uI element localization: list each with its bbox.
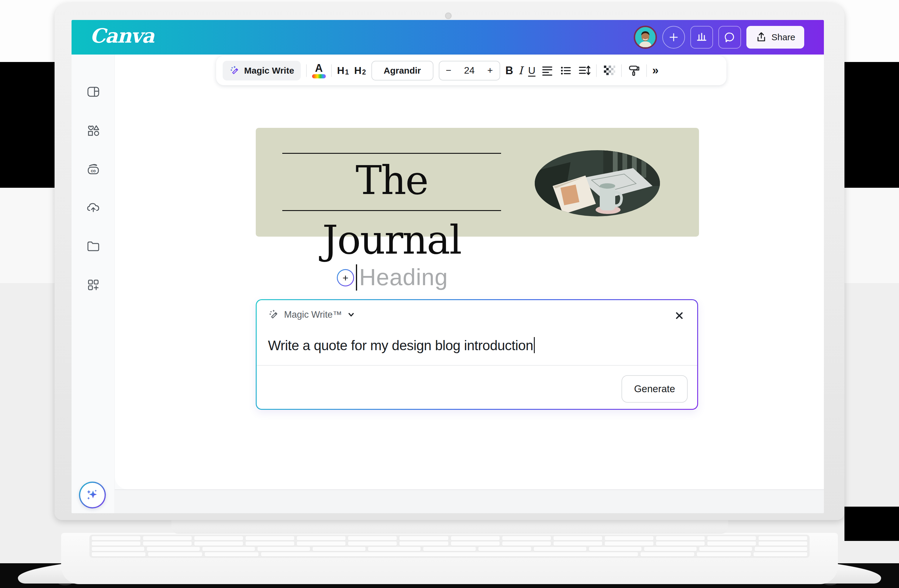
toolbar-divider — [331, 64, 332, 77]
add-member-button[interactable] — [662, 26, 685, 49]
generate-button[interactable]: Generate — [621, 375, 688, 403]
magic-write-title: Magic Write™ — [284, 309, 342, 320]
heading-placeholder[interactable]: Heading — [359, 264, 448, 291]
font-size-decrease[interactable]: − — [446, 65, 452, 76]
toolbar-divider — [646, 64, 647, 77]
sidebar-item-design[interactable] — [83, 81, 104, 102]
canva-logo[interactable]: Canva — [90, 24, 154, 47]
line-spacing-button[interactable] — [578, 64, 591, 77]
font-family-selector[interactable]: Agrandir — [371, 61, 433, 80]
magic-write-menu[interactable]: Magic Write™ — [268, 309, 355, 320]
bar-chart-icon — [695, 31, 708, 44]
panel-divider — [256, 365, 697, 366]
journal-desk-photo — [535, 150, 660, 216]
font-size-stepper: − 24 + — [439, 61, 500, 80]
sparkles-icon — [85, 488, 100, 503]
comments-button[interactable] — [718, 26, 741, 49]
svg-text:co: co — [91, 168, 96, 173]
add-block-plus: + — [343, 272, 348, 284]
comment-bubble-icon — [723, 31, 736, 44]
plus-icon — [668, 32, 679, 43]
app-header: Canva — [71, 20, 824, 54]
laptop-screen: The Journal — [54, 3, 845, 520]
bold-button[interactable]: B — [505, 64, 513, 77]
banner-photo-ellipse[interactable] — [535, 150, 660, 216]
status-bar — [71, 489, 824, 513]
bullet-list-button[interactable] — [559, 64, 572, 77]
marketing-mockup-scene: The Journal — [0, 0, 899, 588]
text-toolbar: Magic Write A H1 H2 Agrandir − — [216, 56, 726, 85]
prompt-cursor — [534, 337, 535, 353]
toolbar-divider — [306, 64, 307, 77]
text-color-button[interactable]: A — [312, 63, 326, 79]
align-button[interactable] — [541, 64, 554, 77]
laptop-keyboard-deck — [61, 533, 838, 584]
uploads-icon — [86, 200, 101, 215]
prompt-text: Write a quote for my design blog introdu… — [268, 338, 533, 353]
bg-black-patch-right — [845, 507, 899, 541]
underline-button[interactable]: U — [528, 65, 536, 76]
sidebar: co — [71, 54, 115, 513]
share-button[interactable]: Share — [746, 26, 804, 49]
webcam-dot — [445, 12, 452, 19]
projects-icon — [86, 239, 100, 253]
sidebar-item-brand[interactable]: co — [83, 159, 104, 180]
close-icon — [674, 310, 684, 321]
magic-write-button[interactable]: Magic Write — [222, 61, 301, 80]
sidebar-item-projects[interactable] — [83, 236, 104, 256]
add-block-button[interactable]: + — [337, 269, 354, 286]
magic-wand-icon — [268, 309, 279, 320]
avatar[interactable] — [634, 26, 657, 49]
brand-icon: co — [86, 162, 101, 176]
canva-assistant-button[interactable] — [79, 482, 106, 508]
text-cursor — [356, 264, 357, 290]
rainbow-color-bar — [312, 74, 326, 79]
magic-wand-icon — [229, 65, 240, 76]
chevron-down-icon — [347, 310, 355, 319]
avatar-photo — [635, 27, 655, 47]
heading1-button[interactable]: H1 — [337, 65, 349, 76]
font-size-value[interactable]: 24 — [464, 65, 475, 76]
laptop-hinge — [171, 520, 728, 534]
sidebar-item-apps[interactable] — [83, 275, 104, 295]
toolbar-divider — [596, 64, 597, 77]
banner-rule-bottom — [282, 210, 501, 211]
toolbar-divider — [621, 64, 622, 77]
share-upload-icon — [755, 31, 767, 43]
apps-icon — [86, 278, 100, 292]
laptop-keyboard — [90, 535, 809, 558]
prompt-input[interactable]: Write a quote for my design blog introdu… — [268, 337, 535, 353]
magic-write-panel: Magic Write™ Write a quote for my design… — [256, 299, 698, 410]
document-canvas[interactable]: The Journal — [115, 54, 824, 489]
close-panel-button[interactable] — [673, 310, 685, 321]
heading2-button[interactable]: H2 — [354, 65, 366, 76]
sidebar-item-elements[interactable] — [83, 120, 104, 141]
elements-icon — [86, 123, 100, 138]
format-paint-button[interactable] — [627, 64, 641, 77]
share-label: Share — [771, 32, 795, 42]
insights-button[interactable] — [690, 26, 713, 49]
doc-banner[interactable]: The Journal — [256, 128, 699, 237]
font-size-increase[interactable]: + — [487, 65, 493, 76]
design-icon — [86, 85, 100, 99]
more-tools-button[interactable]: » — [652, 64, 658, 77]
sidebar-item-uploads[interactable] — [83, 197, 104, 218]
transparency-button[interactable] — [602, 64, 616, 77]
canva-app-window: The Journal — [71, 20, 824, 513]
italic-button[interactable]: I — [519, 64, 523, 77]
